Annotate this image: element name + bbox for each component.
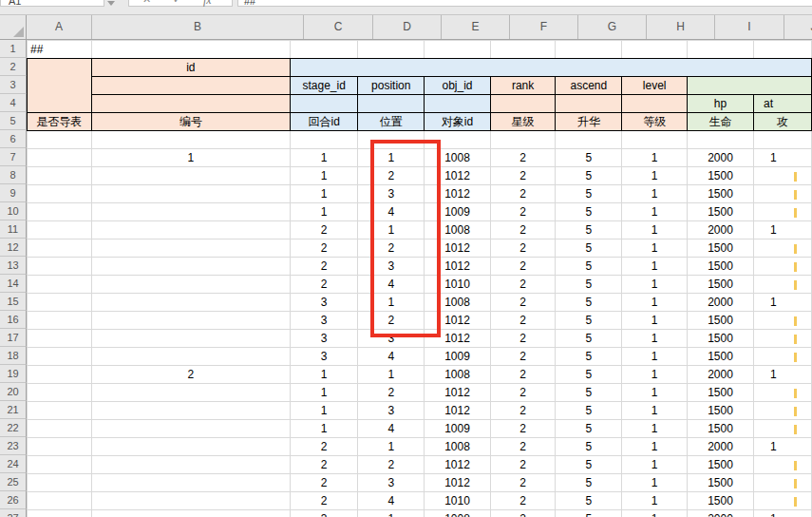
cell-H20[interactable]: 1	[622, 384, 688, 402]
cell-E25[interactable]: 1012	[425, 474, 490, 492]
cell-G5-ascend-cn[interactable]: 升华	[556, 113, 622, 131]
cell-B4[interactable]	[91, 95, 291, 113]
cell-F18[interactable]: 2	[490, 348, 556, 366]
cell-I27[interactable]: 2000	[688, 510, 754, 517]
cell-G3-ascend[interactable]: ascend	[556, 77, 622, 95]
cell-F9[interactable]: 2	[490, 185, 556, 203]
cell-G10[interactable]: 5	[556, 203, 622, 221]
cell-G7[interactable]: 5	[556, 149, 622, 167]
cell-E5-object-id[interactable]: 对象id	[425, 113, 490, 131]
column-header-A[interactable]: A	[27, 15, 92, 39]
row-header-22[interactable]: 22	[0, 419, 27, 437]
cell-E7[interactable]: 1008	[425, 149, 490, 167]
cell-F23[interactable]: 2	[490, 438, 556, 456]
row-header-23[interactable]: 23	[0, 437, 27, 455]
cell-F12[interactable]: 2	[490, 239, 556, 258]
cell-C9[interactable]: 1	[291, 185, 358, 203]
cell-C4[interactable]	[291, 95, 358, 113]
cell-F19[interactable]: 2	[490, 366, 556, 384]
cell-A15[interactable]	[28, 294, 92, 312]
cell-F15[interactable]: 2	[490, 294, 556, 312]
cell-J12[interactable]	[754, 239, 812, 258]
cell-E12[interactable]: 1012	[425, 239, 490, 258]
cell-J6[interactable]	[754, 131, 812, 149]
cell-E8[interactable]: 1012	[425, 167, 490, 185]
row-header-15[interactable]: 15	[0, 293, 27, 311]
cell-C2-J2-merged[interactable]	[291, 59, 812, 77]
cell-G9[interactable]: 5	[556, 185, 622, 203]
cell-J21[interactable]	[754, 402, 812, 420]
cell-C10[interactable]: 1	[291, 203, 358, 221]
cell-H21[interactable]: 1	[622, 402, 688, 420]
cell-G20[interactable]: 5	[556, 384, 622, 402]
cell-A7[interactable]	[28, 149, 92, 167]
cell-A9[interactable]	[28, 185, 92, 203]
cell-J24[interactable]	[754, 456, 812, 474]
cell-H25[interactable]: 1	[622, 474, 688, 492]
cell-A23[interactable]	[28, 438, 92, 456]
cell-C16[interactable]: 3	[291, 312, 358, 330]
cell-D7[interactable]: 1	[358, 149, 425, 167]
cell-E23[interactable]: 1008	[425, 438, 490, 456]
cell-H23[interactable]: 1	[622, 438, 688, 456]
cell-C3-stage-id[interactable]: stage_id	[291, 77, 358, 95]
cell-E3-obj-id[interactable]: obj_id	[425, 77, 490, 95]
cell-D13[interactable]: 3	[358, 258, 425, 276]
cell-B20[interactable]	[91, 384, 291, 402]
cell-C21[interactable]: 1	[291, 402, 358, 420]
cell-A20[interactable]	[28, 384, 92, 402]
cell-A21[interactable]	[28, 402, 92, 420]
row-header-25[interactable]: 25	[0, 473, 27, 491]
cell-I13[interactable]: 1500	[688, 258, 754, 276]
cell-F27[interactable]: 2	[490, 510, 556, 517]
cell-F25[interactable]: 2	[490, 474, 556, 492]
cell-A27[interactable]	[28, 510, 92, 517]
cell-B27[interactable]	[91, 510, 291, 517]
row-header-9[interactable]: 9	[0, 184, 27, 202]
cell-B3[interactable]	[91, 77, 291, 95]
column-header-I[interactable]: I	[715, 15, 784, 39]
cell-G21[interactable]: 5	[556, 402, 622, 420]
cell-E13[interactable]: 1012	[425, 258, 490, 276]
cell-G22[interactable]: 5	[556, 420, 622, 438]
cell-G25[interactable]: 5	[556, 474, 622, 492]
cell-B21[interactable]	[91, 402, 291, 420]
cell-J25[interactable]	[754, 474, 812, 492]
cell-G26[interactable]: 5	[556, 492, 622, 510]
cell-I10[interactable]: 1500	[688, 203, 754, 221]
cell-D22[interactable]: 4	[358, 420, 425, 438]
cell-D27[interactable]: 1	[358, 510, 425, 517]
cell-A14[interactable]	[28, 276, 92, 294]
cell-G13[interactable]: 5	[556, 258, 622, 276]
row-header-13[interactable]: 13	[0, 257, 27, 275]
cell-G12[interactable]: 5	[556, 239, 622, 258]
cell-E26[interactable]: 1010	[425, 492, 490, 510]
row-header-4[interactable]: 4	[0, 94, 27, 112]
cell-D1[interactable]	[358, 41, 425, 59]
cell-A25[interactable]	[28, 474, 92, 492]
cell-J13[interactable]	[754, 258, 812, 276]
cell-H9[interactable]: 1	[622, 185, 688, 203]
cell-G23[interactable]: 5	[556, 438, 622, 456]
row-header-10[interactable]: 10	[0, 202, 27, 220]
cell-H22[interactable]: 1	[622, 420, 688, 438]
cell-G17[interactable]: 5	[556, 330, 622, 348]
cell-H8[interactable]: 1	[622, 167, 688, 185]
cell-G6[interactable]	[556, 131, 622, 149]
cell-H15[interactable]: 1	[622, 294, 688, 312]
cell-D25[interactable]: 3	[358, 474, 425, 492]
cell-D18[interactable]: 4	[358, 348, 425, 366]
cell-A24[interactable]	[28, 456, 92, 474]
cell-E9[interactable]: 1012	[425, 185, 490, 203]
cell-H19[interactable]: 1	[622, 366, 688, 384]
select-all-corner[interactable]	[0, 15, 27, 39]
cell-B16[interactable]	[91, 312, 291, 330]
cell-E18[interactable]: 1009	[425, 348, 490, 366]
cell-F6[interactable]	[490, 131, 556, 149]
row-header-5[interactable]: 5	[0, 112, 27, 130]
cell-D4[interactable]	[358, 95, 425, 113]
cell-H3-level[interactable]: level	[622, 77, 688, 95]
cell-H13[interactable]: 1	[622, 258, 688, 276]
cell-I26[interactable]: 1500	[688, 492, 754, 510]
cell-C7[interactable]: 1	[291, 149, 358, 167]
